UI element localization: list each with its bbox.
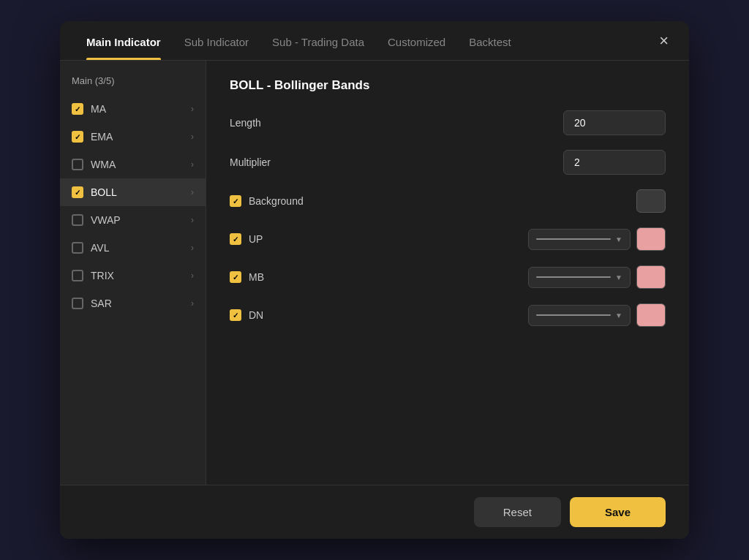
checkbox-background[interactable] [230, 195, 241, 207]
checkbox-dn[interactable] [230, 309, 241, 321]
background-label: Background [249, 195, 351, 207]
chevron-vwap-icon: › [191, 215, 194, 225]
chevron-avl-icon: › [191, 243, 194, 253]
reset-button[interactable]: Reset [474, 497, 561, 527]
sidebar-item-wma[interactable]: WMA › [60, 151, 206, 178]
up-left: UP [230, 233, 376, 245]
checkbox-sar[interactable] [72, 298, 83, 309]
tab-backtest[interactable]: Backtest [457, 21, 523, 60]
up-label: UP [249, 233, 351, 245]
background-color-swatch[interactable] [636, 189, 666, 213]
chevron-boll-icon: › [191, 187, 194, 197]
multiplier-label: Multiplier [230, 156, 332, 168]
checkbox-ema[interactable] [72, 131, 83, 143]
checkbox-trix[interactable] [72, 270, 83, 281]
length-control [563, 110, 666, 135]
chevron-trix-icon: › [191, 270, 194, 281]
tab-sub-trading-data[interactable]: Sub - Trading Data [260, 21, 376, 60]
checkbox-up[interactable] [230, 233, 241, 245]
up-control: ▼ [528, 227, 666, 251]
mb-left: MB [230, 271, 376, 283]
up-line-bar [536, 238, 611, 240]
dn-label: DN [249, 309, 351, 321]
sidebar-item-boll[interactable]: BOLL › [60, 178, 206, 206]
close-button[interactable]: × [653, 27, 674, 55]
checkbox-mb[interactable] [230, 271, 241, 283]
save-button[interactable]: Save [570, 497, 666, 527]
dn-color-swatch[interactable] [636, 303, 666, 327]
tab-customized[interactable]: Customized [376, 21, 457, 60]
checkbox-avl[interactable] [72, 242, 83, 254]
mb-color-swatch[interactable] [636, 265, 666, 289]
dn-control: ▼ [528, 303, 666, 327]
sidebar-item-sar[interactable]: SAR › [60, 290, 206, 317]
checkbox-boll[interactable] [72, 186, 83, 198]
dn-line-bar [536, 314, 611, 316]
sidebar-label-vwap: VWAP [91, 214, 121, 226]
length-row: Length [230, 110, 666, 135]
modal-body: Main (3/5) MA › EMA › WMA › BOLL › [60, 61, 689, 485]
mb-dropdown-icon: ▼ [615, 273, 622, 281]
up-line-select[interactable]: ▼ [528, 229, 631, 250]
sidebar-label-ma: MA [91, 103, 106, 115]
dn-left: DN [230, 309, 376, 321]
sidebar: Main (3/5) MA › EMA › WMA › BOLL › [60, 61, 206, 485]
sidebar-item-vwap[interactable]: VWAP › [60, 206, 206, 234]
background-left: Background [230, 195, 376, 207]
main-content: BOLL - Bollinger Bands Length Multiplier [206, 61, 689, 485]
background-control [636, 189, 666, 213]
multiplier-input[interactable] [563, 150, 666, 175]
chevron-ma-icon: › [191, 104, 194, 114]
sidebar-item-ma[interactable]: MA › [60, 95, 206, 123]
mb-line-inner: ▼ [536, 273, 622, 281]
content-title: BOLL - Bollinger Bands [230, 78, 666, 93]
sidebar-item-trix[interactable]: TRIX › [60, 262, 206, 290]
chevron-wma-icon: › [191, 159, 194, 170]
dn-line-inner: ▼ [536, 311, 622, 319]
sidebar-item-ema[interactable]: EMA › [60, 123, 206, 151]
tab-bar: Main Indicator Sub Indicator Sub - Tradi… [60, 21, 689, 61]
up-line-inner: ▼ [536, 235, 622, 243]
dn-line-select[interactable]: ▼ [528, 305, 631, 326]
sidebar-label-ema: EMA [91, 131, 113, 143]
sidebar-label-boll: BOLL [91, 186, 117, 198]
sidebar-label-wma: WMA [91, 159, 116, 170]
up-dropdown-icon: ▼ [615, 235, 622, 243]
chevron-sar-icon: › [191, 298, 194, 309]
mb-label: MB [249, 271, 351, 283]
sidebar-label-sar: SAR [91, 298, 112, 309]
mb-line-select[interactable]: ▼ [528, 267, 631, 288]
dn-dropdown-icon: ▼ [615, 311, 622, 319]
mb-control: ▼ [528, 265, 666, 289]
checkbox-ma[interactable] [72, 103, 83, 115]
modal-footer: Reset Save [60, 485, 689, 539]
sidebar-title: Main (3/5) [60, 72, 206, 95]
mb-row: MB ▼ [230, 265, 666, 289]
background-row: Background [230, 189, 666, 213]
dn-row: DN ▼ [230, 303, 666, 327]
tab-main-indicator[interactable]: Main Indicator [75, 21, 173, 60]
sidebar-label-avl: AVL [91, 242, 109, 254]
checkbox-vwap[interactable] [72, 214, 83, 226]
mb-line-bar [536, 276, 611, 278]
chevron-ema-icon: › [191, 132, 194, 142]
tab-sub-indicator[interactable]: Sub Indicator [173, 21, 260, 60]
sidebar-item-avl[interactable]: AVL › [60, 234, 206, 262]
multiplier-control [563, 150, 666, 175]
up-row: UP ▼ [230, 227, 666, 251]
length-input[interactable] [563, 110, 666, 135]
up-color-swatch[interactable] [636, 227, 666, 251]
sidebar-label-trix: TRIX [91, 270, 114, 281]
length-label: Length [230, 117, 332, 129]
checkbox-wma[interactable] [72, 159, 83, 170]
multiplier-row: Multiplier [230, 150, 666, 175]
modal-container: Main Indicator Sub Indicator Sub - Tradi… [60, 21, 689, 539]
